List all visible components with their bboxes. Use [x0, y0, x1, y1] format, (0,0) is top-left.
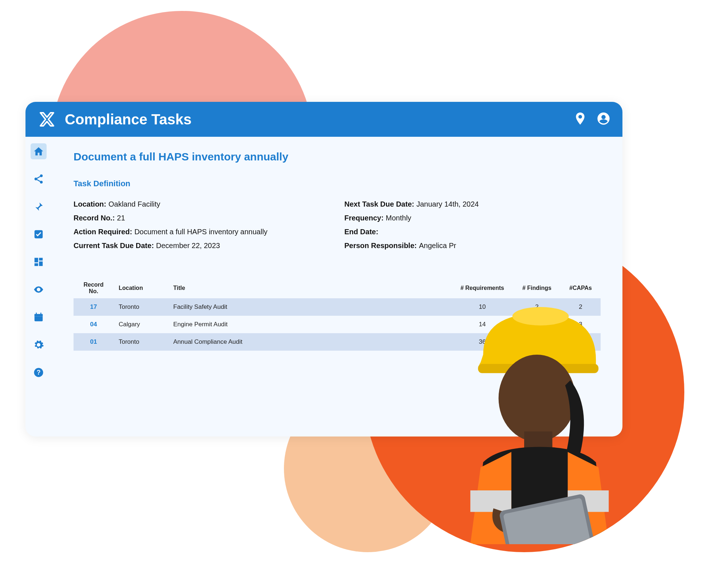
sidebar-item-check[interactable]	[31, 226, 47, 242]
svg-rect-19	[470, 490, 511, 512]
svg-rect-10	[35, 314, 43, 316]
cell-location: Toronto	[114, 333, 168, 351]
person-label: Person Responsible:	[344, 239, 417, 252]
next-due-value: January 14th, 2024	[416, 197, 479, 211]
record-value: 21	[117, 211, 125, 225]
location-icon[interactable]	[573, 111, 587, 127]
worker-photo	[364, 232, 684, 552]
cell-record[interactable]: 01	[74, 333, 114, 351]
cell-location: Calgary	[114, 316, 168, 333]
svg-point-2	[40, 181, 43, 184]
svg-point-1	[40, 175, 43, 178]
topbar: Compliance Tasks	[25, 102, 622, 137]
location-value: Oakland Facility	[108, 197, 160, 211]
sidebar-item-settings[interactable]	[31, 337, 47, 353]
svg-rect-5	[39, 258, 43, 261]
sidebar-item-dashboard[interactable]	[31, 254, 47, 270]
frequency-label: Frequency:	[344, 211, 384, 225]
account-icon[interactable]	[596, 111, 611, 127]
cell-location: Toronto	[114, 298, 168, 316]
next-due-label: Next Task Due Date:	[344, 197, 414, 211]
frequency-value: Monthly	[386, 211, 411, 225]
sidebar-item-share[interactable]	[31, 171, 47, 187]
sidebar: ?	[25, 137, 52, 437]
sidebar-item-calendar[interactable]	[31, 309, 47, 325]
svg-rect-6	[39, 262, 43, 266]
action-value: Document a full HAPS inventory annually	[134, 225, 268, 239]
th-record[interactable]: Record No.	[74, 278, 114, 298]
current-due-value: December 22, 2023	[156, 239, 220, 252]
svg-point-17	[499, 355, 575, 442]
task-title: Document a full HAPS inventory annually	[74, 151, 601, 163]
page-title: Compliance Tasks	[65, 111, 565, 128]
action-label: Action Required:	[74, 225, 132, 239]
th-location[interactable]: Location	[114, 278, 168, 298]
sidebar-item-eye[interactable]	[31, 282, 47, 298]
sidebar-item-pin[interactable]	[31, 199, 47, 215]
sidebar-item-help[interactable]: ?	[31, 364, 47, 380]
svg-rect-12	[40, 313, 41, 315]
app-logo-icon	[37, 109, 57, 129]
location-label: Location:	[74, 197, 106, 211]
task-definition-heading: Task Definition	[74, 179, 601, 188]
current-due-label: Current Task Due Date:	[74, 239, 154, 252]
svg-rect-7	[35, 263, 38, 266]
svg-text:?: ?	[37, 369, 41, 376]
sidebar-item-home[interactable]	[31, 143, 47, 159]
svg-point-15	[513, 307, 569, 326]
svg-rect-11	[36, 313, 37, 315]
end-date-label: End Date:	[344, 225, 378, 239]
record-label: Record No.:	[74, 211, 115, 225]
cell-record[interactable]: 04	[74, 316, 114, 333]
cell-record[interactable]: 17	[74, 298, 114, 316]
svg-point-0	[35, 178, 37, 180]
svg-rect-4	[35, 258, 38, 263]
